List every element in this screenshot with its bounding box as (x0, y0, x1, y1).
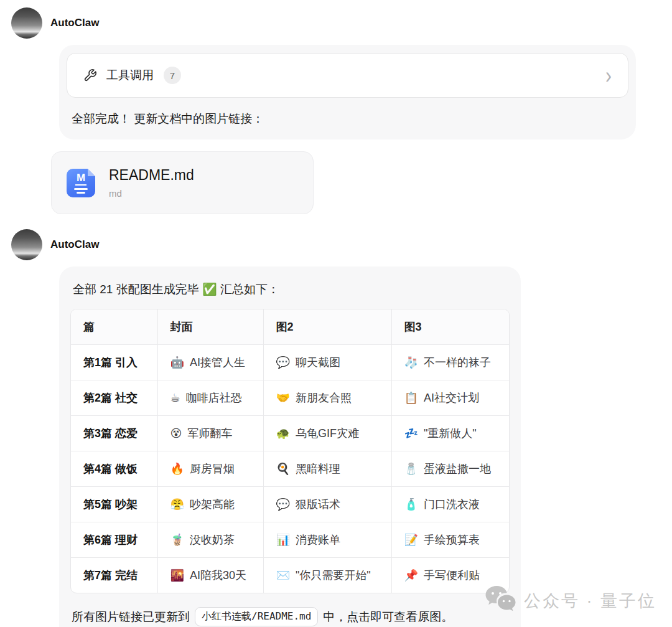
row-title: 第7篇 完结 (71, 558, 157, 593)
cell-text: 吵架高能 (190, 498, 235, 511)
chat-page: AutoClaw 工具调用 7 › 全部完成！ 更新文档中的图片链接： M RE… (0, 0, 672, 627)
column-header: 封面 (157, 309, 263, 345)
cell-text: 手写便利贴 (424, 569, 480, 582)
row-title: 第3篇 恋爱 (71, 416, 157, 451)
cell-text: "重新做人" (424, 427, 477, 440)
row-title: 第5篇 吵架 (71, 487, 157, 522)
sunset-emoji-icon: 🌇 (170, 568, 184, 582)
cell-text: 新朋友合照 (296, 392, 352, 404)
table-cell: 💬狠版话术 (263, 487, 391, 522)
bubble-tea-emoji-icon: 🧋 (170, 533, 184, 546)
row-title: 第6篇 理财 (71, 522, 157, 558)
speech-balloon-emoji-icon: 💬 (276, 356, 290, 369)
cell-text: 蛋液盐撒一地 (424, 463, 491, 475)
column-header: 图3 (391, 309, 509, 345)
table-row: 第5篇 吵架 😤吵架高能 💬狠版话术 🧴门口洗衣液 (71, 487, 509, 522)
table-row: 第7篇 完结 🌇AI陪我30天 ✉️"你只需要开始" 📌手写便利贴 (71, 558, 509, 593)
table-cell: 📊消费账单 (263, 522, 391, 558)
lotion-bottle-emoji-icon: 🧴 (404, 497, 418, 511)
salt-emoji-icon: 🧂 (404, 462, 418, 475)
table-cell: 🍳黑暗料理 (263, 451, 391, 487)
table-header-row: 篇 封面 图2 图3 (71, 309, 509, 345)
cell-text: 不一样的袜子 (424, 356, 491, 369)
pushpin-emoji-icon: 📌 (404, 568, 418, 582)
avatar (11, 229, 42, 260)
cell-text: AI陪我30天 (190, 569, 246, 582)
table-cell: 🔥厨房冒烟 (157, 451, 263, 487)
table-cell: 🧴门口洗衣液 (391, 487, 509, 522)
summary-table: 篇 封面 图2 图3 第1篇 引入 🤖AI接管人生 💬聊天截图 🧦不一样的袜子 (70, 309, 510, 593)
tool-call-card[interactable]: 工具调用 7 › (67, 53, 628, 98)
bar-chart-emoji-icon: 📊 (276, 533, 290, 546)
avatar (11, 7, 42, 39)
file-attachment-card[interactable]: M README.md md (51, 151, 314, 214)
table-cell: 🤖AI接管人生 (157, 345, 263, 380)
tool-call-label: 工具调用 (106, 67, 154, 83)
chevron-right-icon: › (605, 64, 612, 87)
cell-text: 咖啡店社恐 (186, 392, 242, 404)
wrench-icon (83, 68, 97, 82)
memo-emoji-icon: 📝 (404, 533, 418, 546)
cell-text: 没收奶茶 (190, 534, 235, 546)
table-cell: 🧦不一样的袜子 (391, 345, 509, 380)
file-meta: README.md md (109, 167, 194, 199)
cell-text: 聊天截图 (296, 356, 340, 369)
column-header: 篇 (71, 309, 157, 345)
tool-call-count-badge: 7 (164, 67, 181, 84)
cell-text: 手绘预算表 (424, 534, 480, 546)
assistant-message-bubble: 工具调用 7 › 全部完成！ 更新文档中的图片链接： (59, 45, 636, 139)
table-row: 第6篇 理财 🧋没收奶茶 📊消费账单 📝手绘预算表 (71, 522, 509, 558)
table-cell: 💬聊天截图 (263, 345, 391, 380)
table-cell: 😵军师翻车 (157, 416, 263, 451)
table-cell: 📋AI社交计划 (391, 380, 509, 416)
table-cell: 📝手绘预算表 (391, 522, 509, 558)
summary-intro-text: 全部 21 张配图生成完毕 ✅ 汇总如下： (70, 280, 510, 309)
table-cell: 📌手写便利贴 (391, 558, 509, 593)
cell-text: 黑暗料理 (296, 463, 340, 475)
cell-text: AI社交计划 (424, 392, 479, 404)
footer-text-pre: 所有图片链接已更新到 (72, 609, 190, 625)
handshake-emoji-icon: 🤝 (276, 391, 290, 404)
message-header: AutoClaw (0, 0, 672, 39)
envelope-emoji-icon: ✉️ (276, 568, 290, 582)
table-row: 第2篇 社交 ☕咖啡店社恐 🤝新朋友合照 📋AI社交计划 (71, 380, 509, 416)
footer-text-post: 中，点击即可查看原图。 (323, 609, 453, 625)
footer-note: 所有图片链接已更新到 小红书连载/README.md 中，点击即可查看原图。 (70, 607, 510, 626)
cell-text: 门口洗衣液 (424, 498, 480, 511)
fire-emoji-icon: 🔥 (170, 462, 184, 475)
column-header: 图2 (263, 309, 391, 345)
cell-text: 厨房冒烟 (190, 463, 235, 475)
file-type-label: md (109, 188, 194, 199)
table-cell: 🤝新朋友合照 (263, 380, 391, 416)
table-cell: 🐢乌龟GIF灾难 (263, 416, 391, 451)
cell-text: 军师翻车 (187, 427, 232, 440)
cell-text: "你只需要开始" (296, 569, 371, 582)
steam-face-emoji-icon: 😤 (170, 497, 184, 511)
author-name: AutoClaw (50, 17, 99, 29)
table-row: 第1篇 引入 🤖AI接管人生 💬聊天截图 🧦不一样的袜子 (71, 345, 509, 380)
table-cell: ☕咖啡店社恐 (157, 380, 263, 416)
row-title: 第2篇 社交 (71, 380, 157, 416)
row-title: 第1篇 引入 (71, 345, 157, 380)
table-cell: ✉️"你只需要开始" (263, 558, 391, 593)
table-cell: 🌇AI陪我30天 (157, 558, 263, 593)
speech-balloon-emoji-icon: 💬 (276, 497, 290, 511)
frying-pan-emoji-icon: 🍳 (276, 462, 290, 475)
file-icon-line (77, 192, 85, 194)
cell-text: AI接管人生 (190, 356, 245, 369)
cell-text: 消费账单 (296, 534, 340, 546)
table-row: 第3篇 恋爱 😵军师翻车 🐢乌龟GIF灾难 💤"重新做人" (71, 416, 509, 451)
markdown-file-icon: M (67, 169, 95, 197)
author-name: AutoClaw (50, 238, 99, 251)
message-header: AutoClaw (0, 214, 672, 260)
table-cell: 🧂蛋液盐撒一地 (391, 451, 509, 487)
table-row: 第4篇 做饭 🔥厨房冒烟 🍳黑暗料理 🧂蛋液盐撒一地 (71, 451, 509, 487)
file-icon-letter: M (75, 172, 86, 186)
table-cell: 🧋没收奶茶 (157, 522, 263, 558)
cell-text: 乌龟GIF灾难 (296, 427, 359, 440)
dizzy-face-emoji-icon: 😵 (170, 427, 182, 440)
row-title: 第4篇 做饭 (71, 451, 157, 487)
file-path-code: 小红书连载/README.md (195, 607, 318, 626)
zzz-emoji-icon: 💤 (404, 427, 418, 440)
table-cell: 😤吵架高能 (157, 487, 263, 522)
